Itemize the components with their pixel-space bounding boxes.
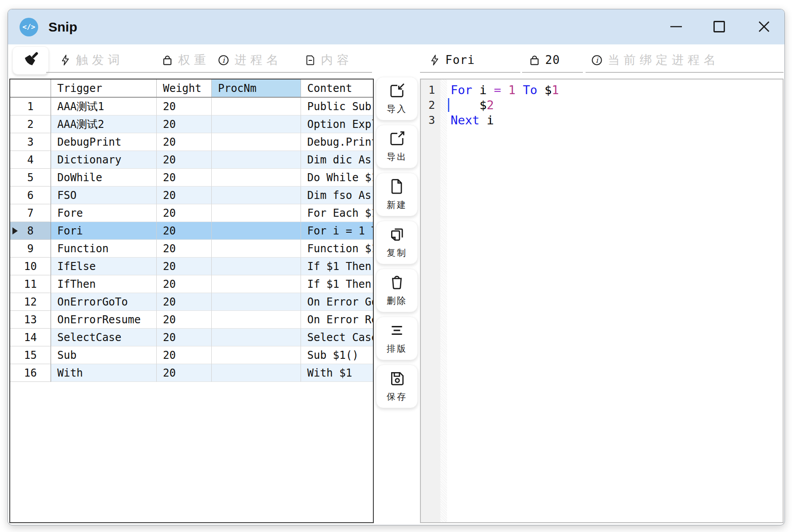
- procnm-cell: [212, 329, 301, 346]
- content-filter-input[interactable]: 内容: [305, 52, 353, 68]
- code-line: $2: [451, 98, 783, 113]
- table-row[interactable]: 12OnErrorGoTo20On Error Go: [10, 293, 373, 311]
- procnm-cell: [212, 187, 301, 204]
- content-cell: Public Sub: [301, 98, 373, 115]
- clear-filters-button[interactable]: [12, 46, 49, 75]
- weight-cell: 20: [157, 169, 212, 187]
- row-number-cell: 6: [10, 187, 51, 204]
- table-row[interactable]: 5DoWhile20Do While $1: [10, 169, 373, 187]
- row-number-cell: 11: [10, 275, 51, 293]
- procnm-cell: [212, 204, 301, 222]
- trigger-cell: Dictionary: [51, 151, 157, 169]
- procnm-cell: [212, 133, 301, 151]
- minimize-button[interactable]: [669, 19, 684, 34]
- weight-cell: 20: [157, 293, 212, 311]
- column-header-procnm[interactable]: ProcNm: [212, 79, 301, 97]
- row-number-cell: 2: [10, 115, 51, 133]
- content-filter-placeholder: 内容: [321, 52, 353, 68]
- delete-icon: [388, 274, 405, 293]
- row-number-cell: 12: [10, 293, 51, 311]
- current-trigger-input[interactable]: Fori: [429, 52, 475, 68]
- table-row[interactable]: 6FSO20Dim fso As: [10, 187, 373, 204]
- trigger-cell: IfThen: [51, 275, 157, 293]
- text-caret: [448, 98, 449, 112]
- grid-body: 1AAA测试120Public Sub2AAA测试220Option Expl3…: [10, 98, 373, 382]
- trigger-cell: Function: [51, 240, 157, 258]
- app-window: </> Snip: [8, 9, 785, 525]
- row-number-cell: 4: [10, 151, 51, 169]
- format-button[interactable]: 排版: [376, 317, 418, 360]
- weight-cell: 20: [157, 115, 212, 133]
- table-row[interactable]: 15Sub20Sub $1(): [10, 346, 373, 364]
- code-line: For i = 1 To $1: [451, 83, 783, 98]
- column-header-weight[interactable]: Weight: [157, 79, 212, 97]
- lightning-icon: [429, 54, 440, 66]
- row-number-cell: 7: [10, 204, 51, 222]
- content-cell: With $1: [301, 364, 373, 382]
- process-filter-input[interactable]: i 进程名: [218, 52, 282, 68]
- trigger-filter-placeholder: 触发词: [76, 52, 124, 68]
- save-button[interactable]: 保存: [376, 365, 418, 408]
- new-file-icon: [388, 178, 405, 197]
- save-label: 保存: [387, 391, 407, 403]
- table-row[interactable]: 4Dictionary20Dim dic As: [10, 151, 373, 169]
- table-row[interactable]: 2AAA测试220Option Expl: [10, 115, 373, 133]
- trigger-cell: OnErrorResume: [51, 311, 157, 329]
- table-row[interactable]: 8Fori20For i = 1 T: [10, 222, 373, 240]
- trigger-filter-input[interactable]: 触发词: [59, 52, 124, 68]
- procnm-cell: [212, 115, 301, 133]
- table-row[interactable]: 10IfElse20If $1 Then: [10, 258, 373, 275]
- table-row[interactable]: 11IfThen20If $1 Then: [10, 275, 373, 293]
- editor-line-numbers: 123: [421, 79, 440, 522]
- trigger-cell: Sub: [51, 346, 157, 364]
- table-row[interactable]: 7Fore20For Each $1: [10, 204, 373, 222]
- current-weight-input[interactable]: 20: [529, 52, 560, 68]
- trigger-cell: AAA测试2: [51, 115, 157, 133]
- table-row[interactable]: 3DebugPrint20Debug.Print: [10, 133, 373, 151]
- procnm-cell: [212, 275, 301, 293]
- bound-process-placeholder: 当前绑定进程名: [608, 52, 720, 68]
- content-cell: Function $1: [301, 240, 373, 258]
- trigger-cell: OnErrorGoTo: [51, 293, 157, 311]
- close-icon: [757, 20, 771, 34]
- trigger-cell: AAA测试1: [51, 98, 157, 115]
- editor-text-area[interactable]: For i = 1 To $1 $2Next i: [447, 79, 783, 522]
- content-cell: If $1 Then: [301, 275, 373, 293]
- close-button[interactable]: [756, 19, 772, 34]
- export-button[interactable]: 导出: [376, 125, 418, 168]
- maximize-button[interactable]: [712, 19, 727, 34]
- weight-filter-input[interactable]: 权重: [162, 52, 210, 68]
- row-number-cell: 1: [10, 98, 51, 115]
- format-icon: [388, 322, 405, 341]
- trigger-field-underline: [420, 72, 520, 73]
- delete-button[interactable]: 删除: [376, 269, 418, 312]
- info-icon: i: [218, 54, 230, 66]
- copy-button[interactable]: 复制: [376, 221, 418, 264]
- column-header-trigger[interactable]: Trigger: [51, 79, 157, 97]
- code-editor[interactable]: 123 For i = 1 To $1 $2Next i: [420, 79, 784, 523]
- table-row[interactable]: 1AAA测试120Public Sub: [10, 98, 373, 115]
- procnm-cell: [212, 258, 301, 275]
- procnm-cell: [212, 98, 301, 115]
- export-icon: [388, 130, 405, 149]
- weight-cell: 20: [157, 240, 212, 258]
- trigger-cell: DoWhile: [51, 169, 157, 187]
- import-button[interactable]: 导入: [376, 77, 418, 120]
- procnm-cell: [212, 311, 301, 329]
- content-cell: Debug.Print: [301, 133, 373, 151]
- column-header-content[interactable]: Content: [301, 79, 373, 97]
- table-row[interactable]: 16With20With $1: [10, 364, 373, 382]
- bound-process-input[interactable]: i 当前绑定进程名: [591, 52, 720, 68]
- row-number-header: [10, 79, 51, 97]
- table-row[interactable]: 14SelectCase20Select Case: [10, 329, 373, 346]
- table-row[interactable]: 13OnErrorResume20On Error Re: [10, 311, 373, 329]
- procnm-cell: [212, 293, 301, 311]
- procnm-cell: [212, 364, 301, 382]
- line-number: 3: [421, 113, 440, 128]
- new-button[interactable]: 新建: [376, 173, 418, 216]
- lock-icon: [162, 54, 173, 66]
- weight-cell: 20: [157, 364, 212, 382]
- table-row[interactable]: 9Function20Function $1: [10, 240, 373, 258]
- content-cell: If $1 Then: [301, 258, 373, 275]
- lock-icon: [529, 54, 540, 66]
